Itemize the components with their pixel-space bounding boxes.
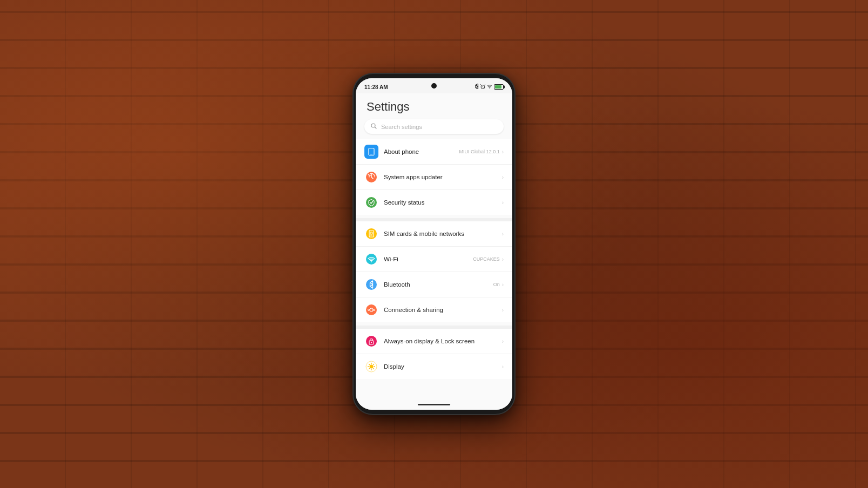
display-right: ›: [502, 364, 504, 370]
page-title: Settings: [356, 93, 512, 119]
screen-content: Settings Search settings: [356, 93, 512, 399]
wifi-icon: [364, 252, 378, 266]
connection-sharing-label: Connection & sharing: [384, 307, 502, 313]
sim-right: ›: [502, 231, 504, 237]
wifi-status-icon: [487, 84, 492, 90]
battery-fill: [495, 85, 501, 89]
phone-icon: [364, 145, 378, 159]
about-phone-right: MIUI Global 12.0.1 ›: [459, 149, 504, 155]
search-placeholder: Search settings: [381, 124, 422, 130]
share-icon: [364, 303, 378, 317]
display-icon: [364, 360, 378, 374]
sim-label: SIM cards & mobile networks: [384, 231, 502, 237]
about-phone-label: About phone: [384, 148, 459, 155]
about-phone-value: MIUI Global 12.0.1: [459, 149, 500, 154]
sim-content: SIM cards & mobile networks: [384, 231, 502, 237]
battery-status-icon: [494, 84, 504, 90]
security-right: ›: [502, 200, 504, 206]
chevron-icon: ›: [502, 149, 504, 155]
chevron-icon: ›: [502, 256, 504, 262]
settings-group-display: Always-on display & Lock screen ›: [356, 329, 512, 379]
svg-point-19: [371, 342, 372, 343]
connection-sharing-content: Connection & sharing: [384, 307, 502, 313]
camera-notch: [431, 83, 437, 89]
alarm-status-icon: [480, 84, 485, 90]
search-icon: [371, 123, 377, 130]
settings-item-sim-cards[interactable]: SIM cards & mobile networks ›: [356, 221, 512, 247]
always-on-content: Always-on display & Lock screen: [384, 338, 502, 344]
home-indicator[interactable]: [418, 404, 450, 405]
phone-frame: 11:28 AM: [354, 74, 514, 414]
settings-item-about-phone[interactable]: About phone MIUI Global 12.0.1 ›: [356, 139, 512, 165]
system-apps-content: System apps updater: [384, 174, 502, 180]
settings-item-bluetooth[interactable]: Bluetooth On ›: [356, 272, 512, 297]
settings-item-security-status[interactable]: Security status ›: [356, 190, 512, 215]
svg-point-1: [489, 88, 490, 89]
about-phone-content: About phone: [384, 148, 459, 155]
settings-item-always-on-display[interactable]: Always-on display & Lock screen ›: [356, 329, 512, 354]
lock-icon: [364, 334, 378, 348]
connection-sharing-right: ›: [502, 307, 504, 313]
chevron-icon: ›: [502, 307, 504, 313]
security-content: Security status: [384, 199, 502, 206]
status-time: 11:28 AM: [364, 84, 388, 90]
wifi-value: CUPCAKES: [473, 256, 500, 262]
phone-screen: 11:28 AM: [356, 78, 512, 410]
svg-point-2: [371, 124, 375, 127]
sim-icon: [364, 227, 378, 241]
status-bar: 11:28 AM: [356, 78, 512, 93]
display-content: Display: [384, 363, 502, 370]
search-bar[interactable]: Search settings: [364, 119, 504, 134]
chevron-icon: ›: [502, 338, 504, 344]
svg-point-11: [371, 261, 372, 262]
bluetooth-value: On: [493, 282, 500, 287]
svg-rect-4: [370, 154, 373, 154]
system-apps-label: System apps updater: [384, 174, 502, 180]
bluetooth-right: On ›: [493, 282, 504, 288]
chevron-icon: ›: [502, 231, 504, 237]
settings-group-connectivity: SIM cards & mobile networks ›: [356, 221, 512, 322]
chevron-icon: ›: [502, 200, 504, 206]
update-icon: [364, 170, 378, 184]
wifi-right: CUPCAKES ›: [473, 256, 504, 262]
settings-item-display[interactable]: Display ›: [356, 354, 512, 379]
settings-item-system-apps-updater[interactable]: System apps updater ›: [356, 165, 512, 190]
svg-point-21: [370, 365, 374, 369]
svg-point-17: [366, 336, 377, 347]
bluetooth-icon: [364, 277, 378, 292]
bluetooth-content: Bluetooth: [384, 281, 493, 288]
settings-group-phone: About phone MIUI Global 12.0.1 ›: [356, 139, 512, 215]
nav-bar: [356, 399, 512, 410]
chevron-icon: ›: [502, 364, 504, 370]
bluetooth-status-icon: [475, 84, 479, 90]
display-label: Display: [384, 363, 502, 370]
bluetooth-label: Bluetooth: [384, 281, 493, 288]
shield-icon: [364, 195, 378, 209]
status-icons: [475, 84, 504, 90]
svg-point-7: [366, 228, 377, 239]
always-on-right: ›: [502, 338, 504, 344]
security-label: Security status: [384, 199, 502, 206]
svg-point-12: [366, 279, 377, 290]
wifi-label: Wi-Fi: [384, 256, 473, 262]
chevron-icon: ›: [502, 282, 504, 288]
chevron-icon: ›: [502, 174, 504, 180]
always-on-label: Always-on display & Lock screen: [384, 338, 502, 344]
wifi-content: Wi-Fi: [384, 256, 473, 262]
settings-item-connection-sharing[interactable]: Connection & sharing ›: [356, 297, 512, 322]
system-apps-right: ›: [502, 174, 504, 180]
settings-item-wifi[interactable]: Wi-Fi CUPCAKES ›: [356, 247, 512, 272]
